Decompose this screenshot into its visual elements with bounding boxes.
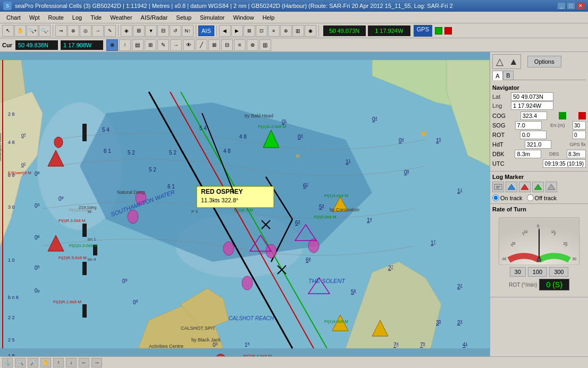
view3-btn[interactable]: ▼ [145,25,157,37]
tb2-btn12[interactable]: ⊕ [247,39,258,51]
chart-area[interactable]: ✕ ✕ [0,52,490,356]
status-zoom-in-btn[interactable]: 🔍 [15,358,26,367]
extra2-btn[interactable]: ▶ [231,25,243,37]
extra5-btn[interactable]: ≡ [268,25,280,37]
tb2-btn1[interactable]: ⊕ [106,39,118,51]
zoom-in-btn[interactable]: 🔍+ [27,25,38,37]
tb2-btn6[interactable]: → [170,39,182,51]
menu-route[interactable]: Route [44,13,68,22]
cursor-tool-btn[interactable]: ↖ [2,25,14,37]
svg-text:Fl(2)R.5.0s9 M: Fl(2)R.5.0s9 M [58,255,87,260]
route-btn[interactable]: ⇒ [55,25,67,37]
zoom-out-btn[interactable]: 🔍- [39,25,51,37]
maximize-button[interactable]: □ [567,2,575,10]
tab-b-button[interactable]: B [503,71,514,80]
tb2-btn4[interactable]: ⊞ [145,39,156,51]
view2-btn[interactable]: ⊞ [133,25,145,37]
log-icon-3[interactable] [519,182,531,192]
view1-btn[interactable]: ◈ [121,25,132,37]
tb2-btn11[interactable]: ≡ [234,39,246,51]
options-button[interactable]: Options [527,56,561,67]
status-left-btn[interactable]: ← [79,358,89,367]
gauge-btn-300[interactable]: 300 [549,267,568,277]
tb2-btn13[interactable]: ▥ [259,39,271,51]
north-btn[interactable]: N↑ [182,25,194,37]
status-up-btn[interactable]: ↑ [53,358,64,367]
svg-text:Fl(I)5.0s9 M: Fl(I)5.0s9 M [314,215,337,219]
status-hand-btn[interactable]: ✋ [40,358,51,367]
svg-text:2 2: 2 2 [8,315,15,320]
extra8-btn[interactable]: ◉ [305,25,316,37]
navigator-section: Navigator Lat 50 49.073N Lng 1 17.924W C… [490,82,588,172]
menu-chart[interactable]: Chart [2,13,25,22]
off-track-radio[interactable]: Off track [527,194,557,201]
menu-window[interactable]: Window [229,13,258,22]
svg-text:30: 30 [573,257,577,261]
extra3-btn[interactable]: ⊠ [243,25,255,37]
tb2-btn2[interactable]: ↑ [119,39,131,51]
cog-value: 323.4 [520,112,547,120]
extra7-btn[interactable]: ▥ [292,25,304,37]
menu-help[interactable]: Help [258,13,279,22]
menu-setup[interactable]: Setup [172,13,196,22]
err-m-value: 30 [573,121,586,130]
menu-weather[interactable]: Weather [106,13,136,22]
extra6-btn[interactable]: ⊕ [280,25,292,37]
tb2-btn3[interactable]: ▤ [132,39,144,51]
on-track-radio[interactable]: On track [492,194,523,201]
gps-lat-display: 50 49.073N [323,25,366,36]
options-area: △ ▲ Options A B [490,52,588,82]
log-marker-title: Log Marker [492,174,586,180]
status-down-btn[interactable]: ↓ [66,358,77,367]
svg-marker-136 [508,184,515,190]
menu-ais-radar[interactable]: AIS/Radar [137,13,172,22]
toolbar-2: Cur 50 49.838N 1 17.908W ⊕ ↑ ▤ ⊞ ✎ → 👁 ╱… [0,38,588,52]
gauge-btn-30[interactable]: 30 [510,267,526,277]
log-icon-4[interactable] [532,182,544,192]
rotate-btn[interactable]: ↺ [170,25,181,37]
arrow-btn[interactable]: → [92,25,104,37]
log-icon-2[interactable] [506,182,517,192]
menu-simulator[interactable]: Simulator [196,13,229,22]
tb2-btn8[interactable]: ╱ [196,39,207,51]
svg-text:Fl(1)14.0s9 M: Fl(1)14.0s9 M [69,208,92,212]
extra1-btn[interactable]: ◀ [219,25,231,37]
gps-button[interactable]: GPS [414,25,432,37]
status-anchor-btn[interactable]: ⚓ [2,358,13,367]
tb2-btn10[interactable]: ⊟ [221,39,233,51]
view4-btn[interactable]: ⊟ [157,25,169,37]
tb2-btn5[interactable]: ✎ [157,39,169,51]
extra4-btn[interactable]: ⊡ [256,25,267,37]
menu-log[interactable]: Log [68,13,86,22]
tab-a-button[interactable]: A [492,71,503,80]
svg-text:5 2: 5 2 [128,150,135,156]
log-icon-1[interactable] [492,182,504,192]
svg-point-23 [54,137,63,148]
status-zoom-out-btn[interactable]: 🔎 [28,358,38,367]
close-button[interactable]: ✕ [576,2,585,10]
gps-green-indicator [435,27,442,35]
log-icon-5[interactable] [545,182,557,192]
tb2-btn7[interactable]: 👁 [183,39,195,51]
pan-tool-btn[interactable]: ✋ [14,25,26,37]
cur-lng-display: 1 17.908W [61,40,103,50]
dbs-value: 8.3m [567,150,586,158]
gauge-btn-100[interactable]: 100 [528,267,547,277]
draw-btn[interactable]: ✎ [104,25,116,37]
tb2-btn9[interactable]: ⊠ [208,39,220,51]
menu-tide[interactable]: Tide [86,13,106,22]
ais-button[interactable]: AIS [198,25,214,36]
minimize-button[interactable]: _ [557,2,566,10]
status-bar: ⚓ 🔍 🔎 ✋ ↑ ↓ ← → [0,356,588,368]
svg-text:✕: ✕ [295,152,300,160]
dbs-label: DBS [549,151,559,157]
svg-rect-31 [82,304,87,318]
gps-red-indicator [444,27,452,35]
status-right-btn[interactable]: → [91,358,102,367]
svg-text:bn 4: bn 4 [88,257,96,262]
svg-text:THE SOLENT: THE SOLENT [308,278,346,284]
menu-wpt[interactable]: Wpt [25,13,44,22]
hdt-label: HdT [492,141,508,148]
measure-btn[interactable]: ⊕ [68,25,79,37]
eye-btn[interactable]: ◎ [80,25,91,37]
